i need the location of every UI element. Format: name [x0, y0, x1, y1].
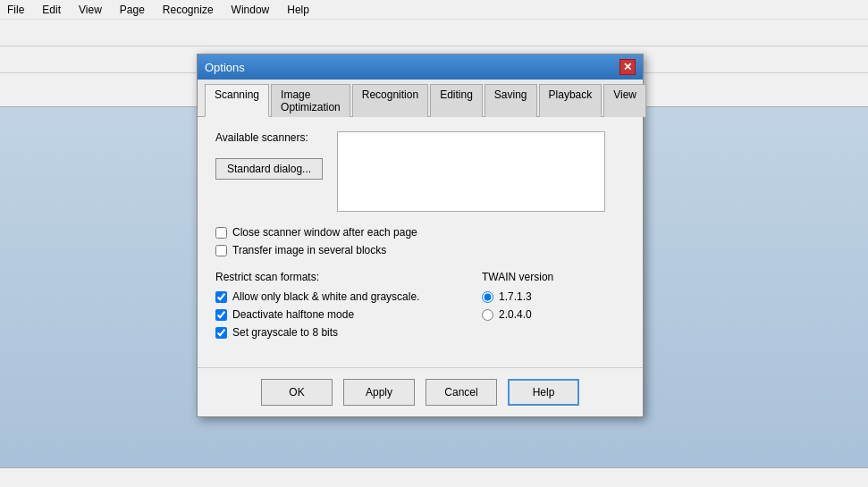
- tab-playback[interactable]: Playback: [539, 84, 603, 117]
- checkbox-close-scanner-label: Close scanner window after each page: [232, 226, 417, 239]
- checkbox-halftone[interactable]: [215, 309, 227, 321]
- checkbox-bw-label: Allow only black & white and grayscale.: [232, 290, 419, 303]
- dialog-title: Options: [205, 61, 245, 74]
- restrict-formats-label: Restrict scan formats:: [215, 271, 468, 283]
- checkbox-halftone-row: Deactivate halftone mode: [215, 308, 468, 321]
- tab-scanning[interactable]: Scanning: [205, 84, 269, 117]
- checkbox-close-scanner[interactable]: [215, 227, 227, 239]
- checkbox-transfer-image[interactable]: [215, 245, 227, 256]
- radio-1713[interactable]: [482, 291, 493, 303]
- menu-help[interactable]: Help: [283, 2, 313, 18]
- apply-button[interactable]: Apply: [343, 379, 415, 406]
- menu-file[interactable]: File: [4, 2, 28, 18]
- radio-2040[interactable]: [482, 309, 493, 321]
- dialog-content: Available scanners: Standard dialog... C…: [198, 117, 643, 367]
- options-dialog: Options ✕ Scanning Image Optimization Re…: [197, 54, 644, 417]
- checkbox-grayscale-row: Set grayscale to 8 bits: [215, 326, 468, 339]
- menu-window[interactable]: Window: [228, 2, 274, 18]
- menu-bar: File Edit View Page Recognize Window Hel…: [0, 0, 868, 20]
- checkbox-grayscale-label: Set grayscale to 8 bits: [232, 326, 338, 339]
- status-bar: [0, 467, 868, 487]
- checkbox-halftone-label: Deactivate halftone mode: [232, 308, 354, 321]
- available-scanners-label: Available scanners:: [215, 131, 323, 144]
- formats-section: Restrict scan formats: Allow only black …: [215, 271, 625, 339]
- checkbox-bw[interactable]: [215, 291, 227, 303]
- tab-editing[interactable]: Editing: [430, 84, 483, 117]
- menu-page[interactable]: Page: [116, 2, 148, 18]
- menu-edit[interactable]: Edit: [38, 2, 64, 18]
- dialog-close-button[interactable]: ✕: [619, 59, 636, 75]
- help-button[interactable]: Help: [508, 379, 579, 406]
- standard-dialog-button[interactable]: Standard dialog...: [215, 158, 323, 180]
- scanner-list-box: [337, 131, 605, 212]
- checkbox-close-scanner-row: Close scanner window after each page: [215, 226, 625, 239]
- tab-view[interactable]: View: [603, 84, 646, 117]
- scanner-area: Available scanners: Standard dialog...: [215, 131, 625, 212]
- menu-recognize[interactable]: Recognize: [159, 2, 217, 18]
- tab-image-optimization[interactable]: Image Optimization: [271, 84, 350, 117]
- dialog-titlebar: Options ✕: [198, 55, 643, 80]
- toolbar-row-1: [0, 20, 868, 46]
- scanner-left: Available scanners: Standard dialog...: [215, 131, 323, 212]
- checkbox-transfer-image-row: Transfer image in several blocks: [215, 244, 625, 256]
- general-checkboxes: Close scanner window after each page Tra…: [215, 226, 625, 256]
- menu-view[interactable]: View: [75, 2, 105, 18]
- tab-bar: Scanning Image Optimization Recognition …: [198, 80, 643, 117]
- radio-2040-row: 2.0.4.0: [482, 308, 625, 321]
- radio-1713-label: 1.7.1.3: [499, 290, 532, 303]
- formats-left: Restrict scan formats: Allow only black …: [215, 271, 468, 339]
- checkbox-transfer-image-label: Transfer image in several blocks: [232, 244, 386, 256]
- tab-recognition[interactable]: Recognition: [352, 84, 428, 117]
- checkbox-bw-row: Allow only black & white and grayscale.: [215, 290, 468, 303]
- twain-section: TWAIN version 1.7.1.3 2.0.4.0: [482, 271, 625, 339]
- tab-saving[interactable]: Saving: [485, 84, 537, 117]
- radio-1713-row: 1.7.1.3: [482, 290, 625, 303]
- formats-checkboxes: Allow only black & white and grayscale. …: [215, 290, 468, 339]
- ok-button[interactable]: OK: [261, 379, 333, 406]
- checkbox-grayscale[interactable]: [215, 327, 227, 339]
- dialog-buttons: OK Apply Cancel Help: [198, 367, 643, 416]
- radio-2040-label: 2.0.4.0: [499, 308, 532, 321]
- twain-radio-group: 1.7.1.3 2.0.4.0: [482, 290, 625, 321]
- cancel-button[interactable]: Cancel: [426, 379, 497, 406]
- twain-version-label: TWAIN version: [482, 271, 625, 283]
